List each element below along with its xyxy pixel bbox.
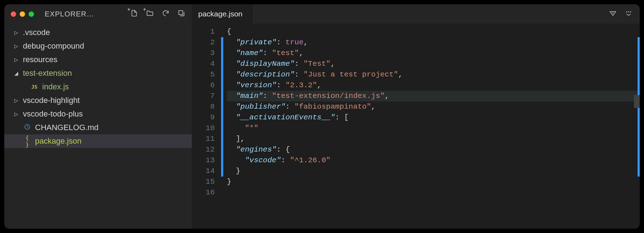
code-line[interactable]: "main": "test-extension/index.js", (227, 91, 640, 101)
tree-item-label: vscode-todo-plus (23, 109, 83, 119)
window-controls (11, 11, 34, 17)
js-file-icon: JS (30, 84, 39, 90)
svg-point-5 (630, 11, 631, 13)
code-line[interactable]: "publisher": "fabiospampinato", (227, 101, 640, 112)
tree-item-label: CHANGELOG.md (35, 123, 98, 132)
collapse-all-icon[interactable] (177, 9, 185, 19)
tree-item[interactable]: ▷.vscode (4, 26, 192, 39)
tree-item-label: test-extension (23, 69, 72, 78)
file-tree: ▷.vscode▷debug-compound▷resources◢test-e… (4, 24, 192, 148)
code-line[interactable]: ], (227, 134, 640, 144)
code-body[interactable]: { "private": true, "name": "test", "disp… (223, 24, 640, 229)
editor: package.json V 12345678910111213141516 {… (192, 4, 640, 229)
tree-item-label: index.js (42, 82, 69, 91)
new-file-icon[interactable]: + (130, 9, 138, 19)
tab-package-json[interactable]: package.json (192, 4, 253, 24)
code-line[interactable]: "description": "Just a test project", (227, 69, 640, 80)
code-area[interactable]: 12345678910111213141516 { "private": tru… (192, 24, 640, 229)
code-line[interactable] (227, 187, 640, 198)
svg-rect-0 (179, 10, 183, 14)
chevron-right-icon: ▷ (14, 57, 19, 62)
chevron-down-icon: ◢ (14, 71, 19, 76)
json-file-icon: { } (23, 134, 31, 148)
tab-bar: package.json V (192, 4, 640, 24)
tree-item[interactable]: { }package.json (4, 134, 192, 148)
tree-item[interactable]: ▷vscode-todo-plus (4, 107, 192, 121)
code-line[interactable]: "__activationEvents__": [ (227, 112, 640, 123)
chevron-right-icon: ▷ (14, 98, 19, 103)
tree-item[interactable]: ▷resources (4, 53, 192, 66)
code-line[interactable]: "vscode": "^1.26.0" (227, 155, 640, 166)
explorer-title: EXPLORER… (45, 10, 94, 18)
code-line[interactable]: "engines": { (227, 144, 640, 155)
tree-item-label: resources (23, 55, 58, 64)
close-window-icon[interactable] (11, 11, 16, 17)
code-line[interactable]: } (227, 166, 640, 177)
minimize-window-icon[interactable] (20, 11, 25, 17)
code-line[interactable]: "displayName": "Test", (227, 59, 640, 69)
sidebar: EXPLORER… + + ▷.vscode▷debug-compound▷re… (4, 4, 192, 229)
line-gutter: 12345678910111213141516 (192, 24, 221, 229)
code-line[interactable]: "name": "test", (227, 48, 640, 59)
tree-item[interactable]: JSindex.js (4, 80, 192, 94)
chevron-right-icon: ▷ (14, 111, 19, 116)
tree-item-label: debug-compound (23, 41, 84, 51)
chevron-right-icon: ▷ (14, 30, 19, 35)
code-line[interactable]: } (227, 177, 640, 187)
svg-point-4 (628, 11, 629, 13)
explorer-actions: + + (130, 9, 185, 19)
refresh-icon[interactable] (162, 9, 170, 19)
chevron-right-icon: ▷ (14, 44, 19, 49)
changelog-clock-icon (23, 124, 31, 132)
svg-point-3 (626, 11, 627, 13)
tree-item-label: .vscode (23, 28, 50, 37)
code-line[interactable]: "version": "2.3.2", (227, 80, 640, 91)
titlebar: EXPLORER… + + (4, 4, 192, 24)
version-lens-icon[interactable]: V (609, 9, 617, 19)
zoom-window-icon[interactable] (29, 11, 34, 17)
tree-item-label: vscode-highlight (23, 96, 80, 105)
tree-item[interactable]: ▷vscode-highlight (4, 94, 192, 107)
tree-item[interactable]: ◢test-extension (4, 66, 192, 80)
scroll-thumb[interactable] (634, 95, 640, 108)
code-line[interactable]: { (227, 26, 640, 37)
tab-title: package.json (198, 10, 243, 18)
tree-item[interactable]: CHANGELOG.md (4, 121, 192, 134)
tree-item[interactable]: ▷debug-compound (4, 39, 192, 53)
more-actions-icon[interactable] (625, 9, 633, 19)
scrollbar[interactable] (634, 24, 640, 229)
svg-text:V: V (612, 11, 614, 15)
new-folder-icon[interactable]: + (146, 9, 154, 19)
code-line[interactable]: "private": true, (227, 37, 640, 48)
code-line[interactable]: "*" (227, 123, 640, 134)
editor-actions: V (609, 4, 640, 24)
tree-item-label: package.json (35, 137, 82, 146)
